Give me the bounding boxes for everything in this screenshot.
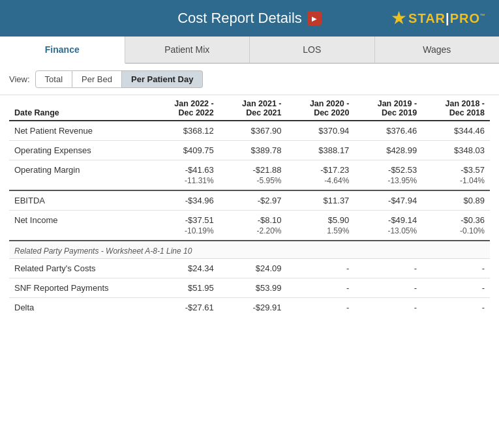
cell-op-margin-2018: -$3.57-1.04%: [422, 160, 490, 191]
cell-snf-2021: $53.99: [219, 278, 287, 298]
cell-snf-2019: -: [354, 278, 422, 298]
cell-op-exp-2022: $409.75: [151, 141, 219, 160]
col-header-2018: Jan 2018 -Dec 2018: [422, 95, 490, 121]
cell-snf-2020: -: [287, 278, 355, 298]
logo-part1: STAR: [408, 11, 446, 25]
header: Cost Report Details ★ STAR|PRO™: [0, 0, 499, 37]
cell-net-income-2022: -$37.51-10.19%: [151, 211, 219, 241]
col-header-label: Date Range: [9, 95, 151, 121]
cell-net-revenue-2021: $367.90: [219, 121, 287, 141]
cell-net-income-2019: -$49.14-13.05%: [354, 211, 422, 241]
cell-snf-2018: -: [422, 278, 490, 298]
cell-delta-2021: -$29.91: [219, 298, 287, 318]
cell-op-margin-2021: -$21.88-5.95%: [219, 160, 287, 191]
tab-wages[interactable]: Wages: [375, 37, 500, 63]
col-header-2020: Jan 2020 -Dec 2020: [287, 95, 355, 121]
col-header-2019: Jan 2019 -Dec 2019: [354, 95, 422, 121]
row-label-net-patient-revenue: Net Patient Revenue: [9, 121, 151, 141]
table-row: Related Party's Costs $24.34 $24.09 - - …: [9, 259, 490, 278]
cell-delta-2020: -: [287, 298, 355, 318]
view-label: View:: [9, 74, 30, 84]
col-header-2022: Jan 2022 -Dec 2022: [151, 95, 219, 121]
cell-op-margin-2020: -$17.23-4.64%: [287, 160, 355, 191]
logo-part2: PRO: [450, 11, 480, 25]
view-bar: View: Total Per Bed Per Patient Day: [0, 64, 499, 95]
cell-net-income-2021: -$8.10-2.20%: [219, 211, 287, 241]
related-party-header-label: Related Party Payments - Worksheet A-8-1…: [9, 241, 490, 259]
related-party-header-row: Related Party Payments - Worksheet A-8-1…: [9, 241, 490, 259]
row-label-related-costs: Related Party's Costs: [9, 259, 151, 278]
table-row: Operating Expenses $409.75 $389.78 $388.…: [9, 141, 490, 160]
cell-net-income-2020: $5.901.59%: [287, 211, 355, 241]
cell-delta-2022: -$27.61: [151, 298, 219, 318]
play-icon[interactable]: [307, 11, 322, 25]
table-row: SNF Reported Payments $51.95 $53.99 - - …: [9, 278, 490, 298]
logo: ★ STAR|PRO™: [391, 9, 486, 27]
cell-ebitda-2022: -$34.96: [151, 190, 219, 211]
tab-los[interactable]: LOS: [250, 37, 375, 63]
view-per-patient-day-button[interactable]: Per Patient Day: [122, 70, 203, 88]
cell-related-costs-2019: -: [354, 259, 422, 278]
header-title: Cost Report Details: [177, 10, 322, 27]
table-row: Net Patient Revenue $368.12 $367.90 $370…: [9, 121, 490, 141]
table-row: Operating Margin -$41.63-11.31% -$21.88-…: [9, 160, 490, 191]
row-label-net-income: Net Income: [9, 211, 151, 241]
table-row: Delta -$27.61 -$29.91 - - -: [9, 298, 490, 318]
cell-op-margin-2019: -$52.53-13.95%: [354, 160, 422, 191]
cell-delta-2019: -: [354, 298, 422, 318]
row-label-operating-margin: Operating Margin: [9, 160, 151, 191]
cell-net-revenue-2020: $370.94: [287, 121, 355, 141]
view-per-bed-button[interactable]: Per Bed: [72, 70, 122, 88]
cell-ebitda-2020: $11.37: [287, 190, 355, 211]
view-total-button[interactable]: Total: [35, 70, 72, 88]
table-row: Net Income -$37.51-10.19% -$8.10-2.20% $…: [9, 211, 490, 241]
col-header-2021: Jan 2021 -Dec 2021: [219, 95, 287, 121]
table-header-row: Date Range Jan 2022 -Dec 2022 Jan 2021 -…: [9, 95, 490, 121]
cell-ebitda-2021: -$2.97: [219, 190, 287, 211]
cell-op-exp-2021: $389.78: [219, 141, 287, 160]
cell-op-exp-2020: $388.17: [287, 141, 355, 160]
logo-tm: ™: [480, 13, 486, 19]
cell-ebitda-2018: $0.89: [422, 190, 490, 211]
table-row: EBITDA -$34.96 -$2.97 $11.37 -$47.94 $0.…: [9, 190, 490, 211]
cell-related-costs-2022: $24.34: [151, 259, 219, 278]
row-label-ebitda: EBITDA: [9, 190, 151, 211]
cell-net-income-2018: -$0.36-0.10%: [422, 211, 490, 241]
row-label-delta: Delta: [9, 298, 151, 318]
cell-net-revenue-2022: $368.12: [151, 121, 219, 141]
cell-related-costs-2021: $24.09: [219, 259, 287, 278]
header-title-text: Cost Report Details: [177, 10, 302, 27]
cell-snf-2022: $51.95: [151, 278, 219, 298]
cell-op-margin-2022: -$41.63-11.31%: [151, 160, 219, 191]
cell-ebitda-2019: -$47.94: [354, 190, 422, 211]
tab-finance[interactable]: Finance: [0, 37, 125, 64]
cell-net-revenue-2018: $344.46: [422, 121, 490, 141]
cell-related-costs-2018: -: [422, 259, 490, 278]
row-label-operating-expenses: Operating Expenses: [9, 141, 151, 160]
tab-patient-mix[interactable]: Patient Mix: [125, 37, 250, 63]
row-label-snf-payments: SNF Reported Payments: [9, 278, 151, 298]
cell-op-exp-2018: $348.03: [422, 141, 490, 160]
cell-net-revenue-2019: $376.46: [354, 121, 422, 141]
cost-report-table: Date Range Jan 2022 -Dec 2022 Jan 2021 -…: [9, 95, 490, 317]
cell-related-costs-2020: -: [287, 259, 355, 278]
star-icon: ★: [391, 9, 407, 27]
cell-delta-2018: -: [422, 298, 490, 318]
cell-op-exp-2019: $428.99: [354, 141, 422, 160]
tab-bar: Finance Patient Mix LOS Wages: [0, 37, 499, 64]
logo-text: STAR|PRO™: [408, 11, 486, 26]
table-container: Date Range Jan 2022 -Dec 2022 Jan 2021 -…: [0, 95, 499, 326]
